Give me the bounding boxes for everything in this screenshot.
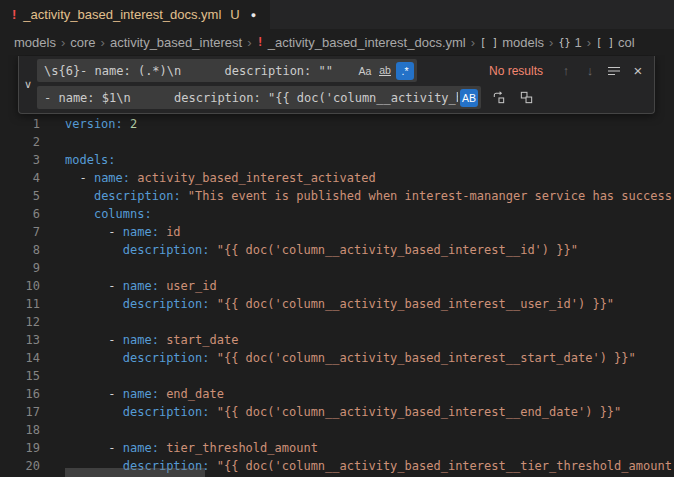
breadcrumb-separator: › [61, 35, 65, 50]
code-line[interactable]: 14 description: "{{ doc('column__activit… [0, 349, 674, 367]
whole-word-button[interactable]: ab [376, 62, 394, 80]
line-text: description: "{{ doc('column__activity_b… [65, 349, 674, 367]
line-text: - name: end_date [65, 385, 674, 403]
line-number: 5 [0, 187, 40, 205]
code-line[interactable]: 13 - name: start_date [0, 331, 674, 349]
line-text [65, 133, 674, 151]
line-number: 3 [0, 151, 40, 169]
line-text [65, 421, 674, 439]
code-line[interactable]: 4 - name: activity_based_interest_activa… [0, 169, 674, 187]
tab-bar: ! _activity_based_interest_docs.yml U ● [0, 0, 674, 29]
line-text: - name: activity_based_interest_activate… [65, 169, 674, 187]
arrow-up-icon: ↑ [563, 63, 570, 78]
line-text: - name: id [65, 223, 674, 241]
find-input[interactable] [37, 59, 354, 82]
code-line[interactable]: 11 description: "{{ doc('column__activit… [0, 295, 674, 313]
line-text: version: 2 [65, 115, 674, 133]
breadcrumb-separator: › [247, 35, 251, 50]
regex-button[interactable]: .* [396, 62, 414, 80]
editor-pane[interactable]: ∨ Aa ab .* No results ↑ ↓ × [0, 55, 674, 477]
line-text: description: "{{ doc('column__activity_b… [65, 295, 674, 313]
preserve-case-button[interactable]: AB [460, 89, 478, 107]
find-nav-buttons: ↑ ↓ × [556, 61, 650, 81]
horizontal-scrollbar[interactable] [65, 468, 205, 477]
find-results-label: No results [489, 64, 543, 78]
match-case-button[interactable]: Aa [356, 62, 374, 80]
code-line[interactable]: 3models: [0, 151, 674, 169]
find-replace-widget: ∨ Aa ab .* No results ↑ ↓ × [18, 56, 655, 114]
replace-input[interactable] [37, 86, 458, 109]
code-line[interactable]: 7 - name: id [0, 223, 674, 241]
tab-filename: _activity_based_interest_docs.yml [23, 7, 221, 22]
code-line[interactable]: 6 columns: [0, 205, 674, 223]
code-line[interactable]: 5 description: "This event is published … [0, 187, 674, 205]
chevron-down-icon: ∨ [24, 78, 32, 91]
object-icon: {} [558, 37, 570, 48]
line-number: 4 [0, 169, 40, 187]
line-text: - name: start_date [65, 331, 674, 349]
breadcrumb-label: col [618, 35, 635, 50]
line-number: 16 [0, 385, 40, 403]
code-line[interactable]: 17 description: "{{ doc('column__activit… [0, 403, 674, 421]
line-number: 8 [0, 241, 40, 259]
breadcrumb-separator: › [587, 35, 591, 50]
breadcrumb-label: core [70, 35, 95, 50]
code-line[interactable]: 12 [0, 313, 674, 331]
file-problem-icon: ! [12, 7, 16, 22]
line-number: 9 [0, 259, 40, 277]
breadcrumb-label: models [502, 35, 544, 50]
code-line[interactable]: 9 [0, 259, 674, 277]
line-number: 2 [0, 133, 40, 151]
breadcrumb-item--activity-based-interest-docs-yml[interactable]: !_activity_based_interest_docs.yml [257, 35, 466, 50]
line-text: - name: user_id [65, 277, 674, 295]
previous-match-button[interactable]: ↑ [556, 61, 576, 81]
toggle-replace-button[interactable]: ∨ [19, 59, 37, 109]
code-line[interactable]: 2 [0, 133, 674, 151]
line-number: 13 [0, 331, 40, 349]
line-text: description: "{{ doc('column__activity_b… [65, 403, 674, 421]
replace-button[interactable] [487, 87, 509, 109]
line-number: 18 [0, 421, 40, 439]
breadcrumb-item-core[interactable]: core [70, 35, 95, 50]
breadcrumb-item-1[interactable]: {}1 [558, 35, 581, 50]
code-line[interactable]: 15 [0, 367, 674, 385]
line-number: 17 [0, 403, 40, 421]
replace-all-icon [519, 90, 534, 105]
unsaved-dot-icon[interactable]: ● [251, 10, 256, 20]
breadcrumb-label: 1 [574, 35, 581, 50]
code-line[interactable]: 10 - name: user_id [0, 277, 674, 295]
git-status-badge: U [230, 7, 239, 22]
line-number: 15 [0, 367, 40, 385]
line-text [65, 259, 674, 277]
next-match-button[interactable]: ↓ [580, 61, 600, 81]
breadcrumb-separator: › [549, 35, 553, 50]
line-number: 20 [0, 457, 40, 475]
breadcrumb-item-models[interactable]: [ ]models [480, 35, 544, 50]
code-line[interactable]: 8 description: "{{ doc('column__activity… [0, 241, 674, 259]
code-line[interactable]: 18 [0, 421, 674, 439]
tab-active-file[interactable]: ! _activity_based_interest_docs.yml U ● [0, 0, 271, 29]
breadcrumb-label: _activity_based_interest_docs.yml [268, 35, 466, 50]
line-text: description: "{{ doc('column__activity_b… [65, 241, 674, 259]
breadcrumb-item-models[interactable]: models [14, 35, 56, 50]
close-find-widget-button[interactable]: × [628, 61, 648, 81]
line-text [65, 313, 674, 331]
find-row: Aa ab .* No results ↑ ↓ × [37, 59, 650, 82]
code-line[interactable]: 16 - name: end_date [0, 385, 674, 403]
selection-icon [607, 64, 621, 78]
replace-row: AB [37, 86, 650, 109]
replace-icon [491, 90, 506, 105]
breadcrumb-separator: › [471, 35, 475, 50]
line-number: 12 [0, 313, 40, 331]
breadcrumb-item-activity-based-interest[interactable]: activity_based_interest [110, 35, 242, 50]
arrow-down-icon: ↓ [587, 63, 594, 78]
breadcrumb-label: models [14, 35, 56, 50]
breadcrumb-item-col[interactable]: [ ]col [596, 35, 635, 50]
replace-all-button[interactable] [515, 87, 537, 109]
breadcrumb-label: activity_based_interest [110, 35, 242, 50]
code-line[interactable]: 1version: 2 [0, 115, 674, 133]
code-line[interactable]: 19 - name: tier_threshold_amount [0, 439, 674, 457]
find-in-selection-button[interactable] [604, 61, 624, 81]
line-text: models: [65, 151, 674, 169]
line-text: description: "This event is published wh… [65, 187, 674, 205]
